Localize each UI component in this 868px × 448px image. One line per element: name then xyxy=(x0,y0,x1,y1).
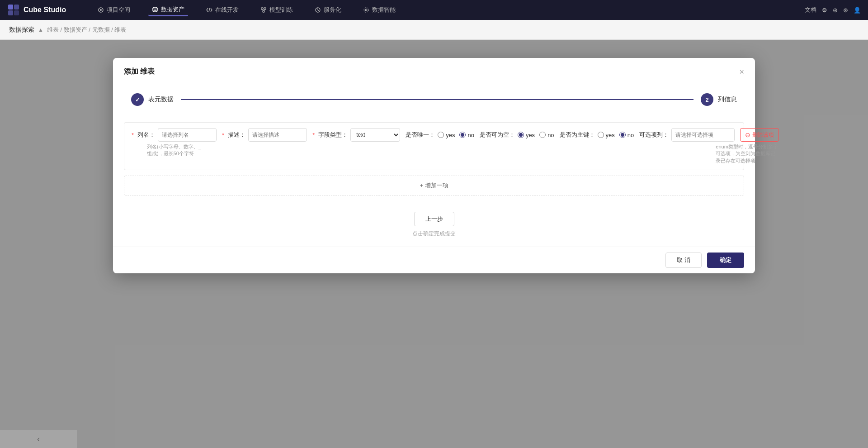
options-group: 可选项列： xyxy=(639,128,735,142)
logo[interactable]: Cube Studio xyxy=(7,4,80,16)
cancel-button[interactable]: 取 消 xyxy=(665,253,702,268)
logo-icon xyxy=(7,4,20,16)
add-item-button[interactable]: + 增加一项 xyxy=(124,176,744,195)
nav-data-assets[interactable]: 数据资产 xyxy=(148,4,188,16)
modal: 添加 维表 × ✓ 表元数据 2 列信息 xyxy=(113,58,755,273)
svg-point-13 xyxy=(364,8,368,12)
unique-yes-label[interactable]: yes xyxy=(438,132,455,138)
step-1-label: 表元数据 xyxy=(148,95,174,104)
nullable-group: 是否可为空： yes no xyxy=(480,131,554,139)
nullable-yes-label[interactable]: yes xyxy=(518,132,535,138)
desc-required-mark: * xyxy=(222,132,224,138)
type-group: * 字段类型： text int varchar enum datetime b… xyxy=(312,128,400,142)
project-icon xyxy=(98,7,104,13)
svg-rect-9 xyxy=(264,8,266,10)
modal-overlay: 添加 维表 × ✓ 表元数据 2 列信息 xyxy=(0,40,868,448)
app-title: Cube Studio xyxy=(24,6,66,14)
primary-no-label[interactable]: no xyxy=(619,132,634,138)
nullable-label: 是否可为空： xyxy=(480,131,515,139)
unique-label: 是否唯一： xyxy=(406,131,435,139)
nullable-no-radio[interactable] xyxy=(539,132,546,138)
nav-avatar[interactable]: 👤 xyxy=(854,7,861,14)
model-icon xyxy=(260,7,267,13)
code-icon xyxy=(206,7,212,13)
unique-group: 是否唯一： yes no xyxy=(406,131,474,139)
breadcrumb: 维表 / 数据资产 / 元数据 / 维表 xyxy=(47,26,127,34)
svg-point-12 xyxy=(365,9,367,11)
form-row-main: * 列名： * 描述： xyxy=(132,128,779,142)
unique-no-label[interactable]: no xyxy=(459,132,474,138)
delete-item-button[interactable]: ⊖ 删除该项 xyxy=(740,128,779,142)
step-2-circle: 2 xyxy=(701,93,713,106)
desc-label: 描述： xyxy=(228,131,245,139)
options-input[interactable] xyxy=(671,128,735,142)
top-nav: Cube Studio 项目空间 数据资产 在线开发 模型训练 服务化 数据智能… xyxy=(0,0,868,20)
intelligence-icon xyxy=(363,7,369,13)
column-name-label: 列名： xyxy=(137,131,155,139)
nav-model-train[interactable]: 模型训练 xyxy=(257,4,297,16)
column-name-input[interactable] xyxy=(158,128,217,142)
options-label: 可选项列： xyxy=(639,131,669,139)
desc-input[interactable] xyxy=(248,128,307,142)
confirm-button[interactable]: 确定 xyxy=(707,253,744,268)
submit-hint: 点击确定完成提交 xyxy=(412,230,456,238)
modal-footer-inner: 上一步 点击确定完成提交 xyxy=(113,203,755,247)
svg-point-6 xyxy=(153,7,157,9)
modal-close-button[interactable]: × xyxy=(739,68,744,76)
nullable-radio-group: yes no xyxy=(518,132,554,138)
help-texts: 列名(小写字母、数字、_组成)，最长50个字符 enum类型时，逗号分割多个可选… xyxy=(132,143,779,164)
nav-user-icon[interactable]: ⊕ xyxy=(833,7,838,14)
nav-settings-icon[interactable]: ⚙ xyxy=(822,7,827,14)
service-icon xyxy=(315,7,321,13)
chevron-up-icon[interactable]: ▲ xyxy=(38,27,43,33)
step-1: ✓ 表元数据 xyxy=(131,93,174,106)
delete-icon: ⊖ xyxy=(745,131,750,138)
primary-group: 是否为主键： yes no xyxy=(560,131,634,139)
sub-header: 数据探索 ▲ 维表 / 数据资产 / 元数据 / 维表 xyxy=(0,20,868,40)
modal-body: * 列名： * 描述： xyxy=(113,115,755,203)
unique-radio-group: yes no xyxy=(438,132,474,138)
unique-no-radio[interactable] xyxy=(459,132,466,138)
primary-no-radio[interactable] xyxy=(619,132,626,138)
form-row-1: * 列名： * 描述： xyxy=(124,122,744,170)
options-help-text: enum类型时，逗号分割多个可选项，为空则为数据库记录已存在可选择项 xyxy=(716,143,779,164)
type-required-mark: * xyxy=(312,132,315,138)
primary-label: 是否为主键： xyxy=(560,131,595,139)
type-select[interactable]: text int varchar enum datetime bigint xyxy=(350,128,400,142)
nav-data-intelligence[interactable]: 数据智能 xyxy=(359,4,399,16)
modal-bottom-bar: 取 消 确定 xyxy=(113,247,755,273)
nav-github-icon[interactable]: ⊛ xyxy=(843,7,848,14)
steps-bar: ✓ 表元数据 2 列信息 xyxy=(113,84,755,115)
nav-online-dev[interactable]: 在线开发 xyxy=(203,4,242,16)
main-content: 添加 维表 × ✓ 表元数据 2 列信息 xyxy=(0,40,868,448)
svg-rect-1 xyxy=(14,5,19,10)
nav-doc[interactable]: 文档 xyxy=(805,6,816,14)
nullable-yes-radio[interactable] xyxy=(518,132,524,138)
svg-rect-2 xyxy=(8,10,13,15)
prev-step-button[interactable]: 上一步 xyxy=(414,212,454,226)
column-name-group: * 列名： xyxy=(132,128,217,142)
svg-line-7 xyxy=(209,8,210,12)
nullable-no-label[interactable]: no xyxy=(539,132,554,138)
nav-service[interactable]: 服务化 xyxy=(311,4,345,16)
step-2-label: 列信息 xyxy=(718,95,737,104)
section-title[interactable]: 数据探索 xyxy=(9,26,34,34)
step-line xyxy=(181,99,693,100)
desc-group: * 描述： xyxy=(222,128,307,142)
modal-header: 添加 维表 × xyxy=(113,58,755,84)
column-required-mark: * xyxy=(132,132,134,138)
primary-yes-label[interactable]: yes xyxy=(598,132,615,138)
svg-rect-0 xyxy=(8,5,13,10)
step-2: 2 列信息 xyxy=(701,93,737,106)
column-help-text: 列名(小写字母、数字、_组成)，最长50个字符 xyxy=(147,143,206,164)
unique-yes-radio[interactable] xyxy=(438,132,444,138)
primary-yes-radio[interactable] xyxy=(598,132,604,138)
nav-project[interactable]: 项目空间 xyxy=(94,4,134,16)
svg-rect-8 xyxy=(261,8,263,10)
modal-title: 添加 维表 xyxy=(124,67,155,76)
svg-point-5 xyxy=(100,9,102,11)
svg-rect-10 xyxy=(263,10,264,12)
nav-right: 文档 ⚙ ⊕ ⊛ 👤 xyxy=(805,6,861,14)
type-label: 字段类型： xyxy=(318,131,348,139)
column-name-field: * 列名： * 描述： xyxy=(132,128,779,164)
